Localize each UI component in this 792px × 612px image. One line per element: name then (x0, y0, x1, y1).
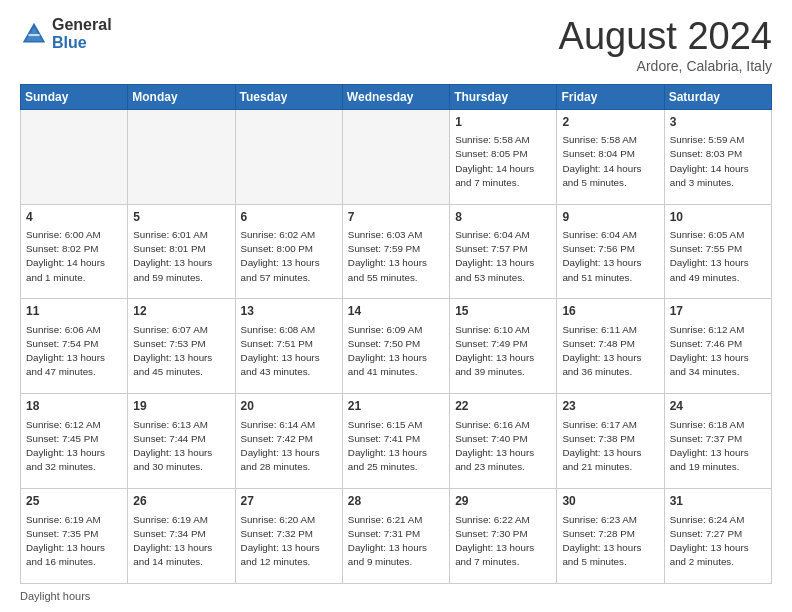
day-number: 27 (241, 493, 337, 510)
calendar-cell: 6Sunrise: 6:02 AMSunset: 8:00 PMDaylight… (235, 204, 342, 299)
day-info: Sunrise: 6:24 AMSunset: 7:27 PMDaylight:… (670, 513, 766, 570)
day-info: Sunrise: 6:04 AMSunset: 7:57 PMDaylight:… (455, 228, 551, 285)
day-info: Sunrise: 5:59 AMSunset: 8:03 PMDaylight:… (670, 133, 766, 190)
calendar-cell: 22Sunrise: 6:16 AMSunset: 7:40 PMDayligh… (450, 394, 557, 489)
day-number: 16 (562, 303, 658, 320)
calendar-cell (21, 109, 128, 204)
day-info: Sunrise: 6:09 AMSunset: 7:50 PMDaylight:… (348, 323, 444, 380)
day-number: 6 (241, 209, 337, 226)
calendar-week-3: 11Sunrise: 6:06 AMSunset: 7:54 PMDayligh… (21, 299, 772, 394)
logo-icon (20, 20, 48, 48)
day-info: Sunrise: 6:11 AMSunset: 7:48 PMDaylight:… (562, 323, 658, 380)
footer-daylight: Daylight hours (20, 590, 772, 602)
title-section: August 2024 Ardore, Calabria, Italy (559, 16, 772, 74)
calendar-cell: 12Sunrise: 6:07 AMSunset: 7:53 PMDayligh… (128, 299, 235, 394)
day-number: 23 (562, 398, 658, 415)
day-number: 8 (455, 209, 551, 226)
calendar-cell: 4Sunrise: 6:00 AMSunset: 8:02 PMDaylight… (21, 204, 128, 299)
calendar-cell: 15Sunrise: 6:10 AMSunset: 7:49 PMDayligh… (450, 299, 557, 394)
svg-rect-2 (28, 34, 39, 36)
calendar-cell (235, 109, 342, 204)
day-info: Sunrise: 6:16 AMSunset: 7:40 PMDaylight:… (455, 418, 551, 475)
day-number: 1 (455, 114, 551, 131)
page: General Blue August 2024 Ardore, Calabri… (0, 0, 792, 612)
day-number: 10 (670, 209, 766, 226)
logo-blue-text: Blue (52, 34, 112, 52)
day-info: Sunrise: 6:15 AMSunset: 7:41 PMDaylight:… (348, 418, 444, 475)
day-number: 24 (670, 398, 766, 415)
day-number: 12 (133, 303, 229, 320)
calendar-cell: 9Sunrise: 6:04 AMSunset: 7:56 PMDaylight… (557, 204, 664, 299)
calendar-cell: 21Sunrise: 6:15 AMSunset: 7:41 PMDayligh… (342, 394, 449, 489)
calendar-week-1: 1Sunrise: 5:58 AMSunset: 8:05 PMDaylight… (21, 109, 772, 204)
day-number: 18 (26, 398, 122, 415)
day-number: 21 (348, 398, 444, 415)
weekday-header-thursday: Thursday (450, 84, 557, 109)
weekday-header-sunday: Sunday (21, 84, 128, 109)
day-number: 14 (348, 303, 444, 320)
day-info: Sunrise: 6:18 AMSunset: 7:37 PMDaylight:… (670, 418, 766, 475)
top-section: General Blue August 2024 Ardore, Calabri… (20, 16, 772, 74)
day-info: Sunrise: 6:19 AMSunset: 7:34 PMDaylight:… (133, 513, 229, 570)
calendar-cell: 28Sunrise: 6:21 AMSunset: 7:31 PMDayligh… (342, 489, 449, 584)
calendar-table: SundayMondayTuesdayWednesdayThursdayFrid… (20, 84, 772, 584)
day-number: 13 (241, 303, 337, 320)
day-info: Sunrise: 6:12 AMSunset: 7:46 PMDaylight:… (670, 323, 766, 380)
day-number: 29 (455, 493, 551, 510)
weekday-header-saturday: Saturday (664, 84, 771, 109)
calendar-cell (128, 109, 235, 204)
day-number: 30 (562, 493, 658, 510)
day-number: 15 (455, 303, 551, 320)
day-info: Sunrise: 6:19 AMSunset: 7:35 PMDaylight:… (26, 513, 122, 570)
day-number: 5 (133, 209, 229, 226)
day-info: Sunrise: 6:17 AMSunset: 7:38 PMDaylight:… (562, 418, 658, 475)
day-number: 17 (670, 303, 766, 320)
logo-general-text: General (52, 16, 112, 34)
calendar-cell: 20Sunrise: 6:14 AMSunset: 7:42 PMDayligh… (235, 394, 342, 489)
day-info: Sunrise: 6:13 AMSunset: 7:44 PMDaylight:… (133, 418, 229, 475)
calendar-cell: 5Sunrise: 6:01 AMSunset: 8:01 PMDaylight… (128, 204, 235, 299)
calendar-week-4: 18Sunrise: 6:12 AMSunset: 7:45 PMDayligh… (21, 394, 772, 489)
calendar-week-2: 4Sunrise: 6:00 AMSunset: 8:02 PMDaylight… (21, 204, 772, 299)
calendar-cell: 24Sunrise: 6:18 AMSunset: 7:37 PMDayligh… (664, 394, 771, 489)
day-number: 20 (241, 398, 337, 415)
logo-text: General Blue (52, 16, 112, 51)
day-number: 19 (133, 398, 229, 415)
calendar-header: SundayMondayTuesdayWednesdayThursdayFrid… (21, 84, 772, 109)
day-number: 7 (348, 209, 444, 226)
day-info: Sunrise: 5:58 AMSunset: 8:04 PMDaylight:… (562, 133, 658, 190)
day-info: Sunrise: 6:01 AMSunset: 8:01 PMDaylight:… (133, 228, 229, 285)
calendar-cell: 17Sunrise: 6:12 AMSunset: 7:46 PMDayligh… (664, 299, 771, 394)
calendar-cell: 14Sunrise: 6:09 AMSunset: 7:50 PMDayligh… (342, 299, 449, 394)
calendar-body: 1Sunrise: 5:58 AMSunset: 8:05 PMDaylight… (21, 109, 772, 583)
day-info: Sunrise: 6:10 AMSunset: 7:49 PMDaylight:… (455, 323, 551, 380)
calendar-cell (342, 109, 449, 204)
calendar-cell: 30Sunrise: 6:23 AMSunset: 7:28 PMDayligh… (557, 489, 664, 584)
day-info: Sunrise: 6:03 AMSunset: 7:59 PMDaylight:… (348, 228, 444, 285)
day-info: Sunrise: 5:58 AMSunset: 8:05 PMDaylight:… (455, 133, 551, 190)
calendar-cell: 1Sunrise: 5:58 AMSunset: 8:05 PMDaylight… (450, 109, 557, 204)
day-info: Sunrise: 6:08 AMSunset: 7:51 PMDaylight:… (241, 323, 337, 380)
day-number: 2 (562, 114, 658, 131)
month-title: August 2024 (559, 16, 772, 58)
weekday-header-tuesday: Tuesday (235, 84, 342, 109)
day-info: Sunrise: 6:05 AMSunset: 7:55 PMDaylight:… (670, 228, 766, 285)
calendar-cell: 11Sunrise: 6:06 AMSunset: 7:54 PMDayligh… (21, 299, 128, 394)
location-subtitle: Ardore, Calabria, Italy (559, 58, 772, 74)
day-info: Sunrise: 6:23 AMSunset: 7:28 PMDaylight:… (562, 513, 658, 570)
day-info: Sunrise: 6:20 AMSunset: 7:32 PMDaylight:… (241, 513, 337, 570)
calendar-cell: 2Sunrise: 5:58 AMSunset: 8:04 PMDaylight… (557, 109, 664, 204)
calendar-cell: 25Sunrise: 6:19 AMSunset: 7:35 PMDayligh… (21, 489, 128, 584)
calendar-cell: 27Sunrise: 6:20 AMSunset: 7:32 PMDayligh… (235, 489, 342, 584)
day-number: 25 (26, 493, 122, 510)
day-number: 28 (348, 493, 444, 510)
day-info: Sunrise: 6:06 AMSunset: 7:54 PMDaylight:… (26, 323, 122, 380)
calendar-cell: 3Sunrise: 5:59 AMSunset: 8:03 PMDaylight… (664, 109, 771, 204)
day-number: 11 (26, 303, 122, 320)
day-number: 26 (133, 493, 229, 510)
day-info: Sunrise: 6:02 AMSunset: 8:00 PMDaylight:… (241, 228, 337, 285)
weekday-header-friday: Friday (557, 84, 664, 109)
day-number: 4 (26, 209, 122, 226)
calendar-cell: 13Sunrise: 6:08 AMSunset: 7:51 PMDayligh… (235, 299, 342, 394)
day-info: Sunrise: 6:22 AMSunset: 7:30 PMDaylight:… (455, 513, 551, 570)
